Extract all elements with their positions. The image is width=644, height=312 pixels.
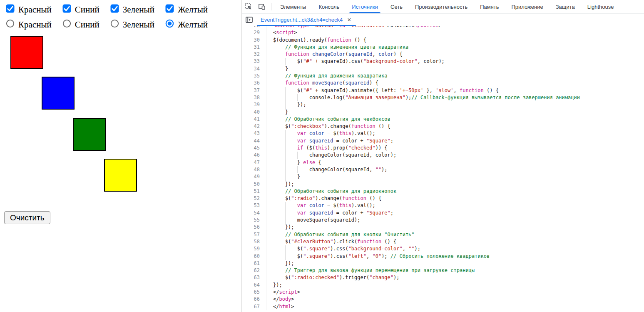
radio-icon-blue[interactable] xyxy=(62,19,75,30)
code-token: ).css( xyxy=(330,253,348,259)
line-number[interactable]: 59 xyxy=(242,245,266,252)
line-number[interactable]: 60 xyxy=(242,253,266,260)
code-editor[interactable]: 28<button type="button" id="clearButton"… xyxy=(242,26,644,312)
code-line: 67</html> xyxy=(242,303,644,310)
line-number[interactable]: 53 xyxy=(242,202,266,209)
line-number[interactable]: 49 xyxy=(242,173,266,180)
inspect-element-button[interactable] xyxy=(242,0,255,13)
code-token: "#" xyxy=(303,87,312,93)
code-token: $( xyxy=(273,246,303,252)
code-token xyxy=(273,188,285,194)
line-number[interactable]: 40 xyxy=(242,109,266,116)
line-number[interactable]: 29 xyxy=(242,29,266,36)
radio-yellow[interactable]: Желтый xyxy=(165,19,208,30)
code-token: ":checkbox" xyxy=(291,123,324,129)
code-token: } xyxy=(273,174,300,180)
code-token: changeColor(squareId, color); xyxy=(273,152,396,158)
line-number[interactable]: 38 xyxy=(242,94,266,101)
code-token: ; xyxy=(390,138,393,144)
line-number[interactable]: 28 xyxy=(242,26,266,29)
panel-tab-1[interactable]: Элементы xyxy=(274,0,312,13)
panel-tab-2[interactable]: Консоль xyxy=(312,0,346,13)
panel-tab-5[interactable]: Производительность xyxy=(409,0,474,13)
code-token: { xyxy=(315,160,321,165)
file-tab[interactable]: EventTrigger.ht...ck3&ch4=check4 × xyxy=(256,14,357,26)
line-number[interactable]: 64 xyxy=(242,282,266,289)
radio-green[interactable]: Зеленый xyxy=(110,19,154,30)
line-number[interactable]: 65 xyxy=(242,289,266,296)
code-token: $( xyxy=(273,195,291,201)
code-token: , xyxy=(372,51,378,57)
radio-blue[interactable]: Синий xyxy=(62,19,99,30)
code-token xyxy=(309,51,312,57)
code-line: 52 $(":radio").change(function () { xyxy=(242,195,644,202)
code-token: }); xyxy=(273,282,282,288)
line-number[interactable]: 55 xyxy=(242,217,266,224)
code-token: 'slow' xyxy=(435,87,453,93)
code-line-text: }); xyxy=(266,101,306,108)
code-line: 38 console.log("Анимация завершена");// … xyxy=(242,94,644,101)
panel-tab-7[interactable]: Приложение xyxy=(505,0,549,13)
panel-tab-6[interactable]: Память xyxy=(474,0,505,13)
code-line: 36 function moveSquare(squareId) { xyxy=(242,80,644,87)
line-number[interactable]: 66 xyxy=(242,296,266,303)
panel-tab-3[interactable]: Источники xyxy=(346,0,384,13)
line-number[interactable]: 39 xyxy=(242,101,266,108)
close-icon[interactable]: × xyxy=(346,16,352,24)
radio-icon-green[interactable] xyxy=(110,19,123,30)
radio-red[interactable]: Красный xyxy=(6,19,52,30)
checkbox-icon-blue[interactable] xyxy=(62,4,75,15)
line-number[interactable]: 44 xyxy=(242,137,266,145)
line-number[interactable]: 47 xyxy=(242,159,266,166)
code-token: changeColor xyxy=(312,51,345,57)
radio-icon-red[interactable] xyxy=(6,19,18,30)
checkbox-icon-red[interactable] xyxy=(6,4,18,15)
code-token: moveSquare(squareId); xyxy=(273,217,361,223)
panel-tab-9[interactable]: Lighthouse xyxy=(581,0,620,13)
checkbox-icon-yellow[interactable] xyxy=(165,4,178,15)
device-toolbar-button[interactable] xyxy=(255,0,269,13)
line-number[interactable]: 37 xyxy=(242,87,266,94)
panel-tab-8[interactable]: Защита xyxy=(550,0,581,13)
line-number[interactable]: 46 xyxy=(242,152,266,159)
line-number[interactable]: 50 xyxy=(242,181,266,188)
line-number[interactable]: 48 xyxy=(242,166,266,173)
code-token: ( xyxy=(345,51,348,57)
checkbox-red[interactable]: Красный xyxy=(6,4,52,15)
line-number[interactable]: 34 xyxy=(242,65,266,72)
code-token: function xyxy=(342,195,366,201)
code-line: 58 $("#clearButton").click(function () { xyxy=(242,238,644,245)
code-token xyxy=(273,51,285,57)
line-number[interactable]: 51 xyxy=(242,188,266,195)
line-number[interactable]: 62 xyxy=(242,267,266,274)
line-number[interactable]: 58 xyxy=(242,238,266,245)
line-number[interactable]: 35 xyxy=(242,72,266,80)
line-number[interactable]: 36 xyxy=(242,80,266,87)
line-number[interactable]: 43 xyxy=(242,130,266,137)
navigator-toggle-button[interactable] xyxy=(242,14,256,26)
checkbox-green[interactable]: Зеленый xyxy=(110,4,154,15)
indent-guide xyxy=(285,210,286,217)
code-line: 32 function changeColor(squareId, color)… xyxy=(242,51,644,58)
checkbox-blue[interactable]: Синий xyxy=(62,4,99,15)
checkbox-icon-green[interactable] xyxy=(110,4,123,15)
code-token: var xyxy=(297,130,306,136)
line-number[interactable]: 67 xyxy=(242,303,266,310)
line-number[interactable]: 56 xyxy=(242,224,266,231)
line-number[interactable]: 41 xyxy=(242,116,266,123)
checkbox-yellow[interactable]: Желтый xyxy=(165,4,208,15)
panel-tab-4[interactable]: Сеть xyxy=(384,0,409,13)
line-number[interactable]: 52 xyxy=(242,195,266,202)
line-number[interactable]: 42 xyxy=(242,123,266,130)
line-number[interactable]: 33 xyxy=(242,58,266,65)
radio-icon-yellow[interactable] xyxy=(165,19,178,30)
line-number[interactable]: 54 xyxy=(242,210,266,217)
line-number[interactable]: 57 xyxy=(242,231,266,238)
line-number[interactable]: 61 xyxy=(242,260,266,267)
line-number[interactable]: 45 xyxy=(242,145,266,152)
clear-button[interactable]: Очистить xyxy=(4,211,50,224)
line-number[interactable]: 63 xyxy=(242,274,266,281)
line-number[interactable]: 31 xyxy=(242,44,266,51)
line-number[interactable]: 30 xyxy=(242,37,266,44)
line-number[interactable]: 32 xyxy=(242,51,266,58)
